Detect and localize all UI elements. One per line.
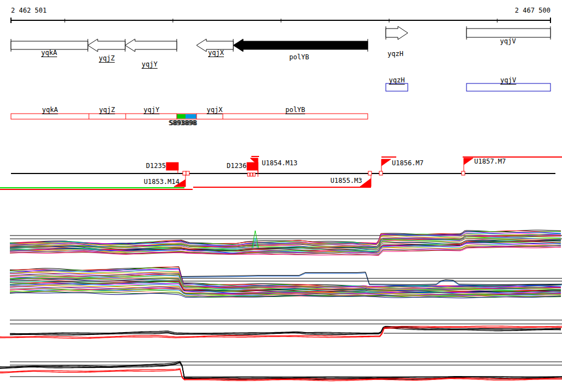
gene-label-yqzH[interactable]: yqzH [387, 51, 403, 57]
u-marker-label-U1857.M7[interactable]: U1857.M7 [474, 158, 506, 165]
segment-label-yqkA[interactable]: yqkA [42, 107, 58, 114]
gene-label-yqjX[interactable]: yqjX [208, 49, 224, 57]
d-marker-label-D1236[interactable]: D1236 [227, 163, 246, 169]
marker-base-square [183, 171, 186, 175]
gene-arrow-yqkA[interactable] [11, 41, 88, 49]
feature-label-yqzH[interactable]: yqzH [389, 77, 405, 85]
browser-graphics [0, 0, 562, 392]
marker-base-square [462, 171, 465, 175]
gene-label-yqjY[interactable]: yqjY [142, 61, 158, 69]
gene-label-yqjV[interactable]: yqjV [500, 38, 516, 44]
segment-label-yqjZ[interactable]: yqjZ [99, 107, 115, 114]
gene-label-yqkA[interactable]: yqkA [41, 49, 57, 57]
gene-arrow-yqzH[interactable] [386, 26, 408, 40]
d-marker-base-tick [250, 173, 252, 176]
segment-id-label[interactable]: S898898 [170, 120, 198, 126]
u-marker-label-U1855.M3[interactable]: U1855.M3 [330, 177, 362, 184]
expression-band-mid-highlight-blue [181, 273, 562, 285]
gene-arrow-yqjV[interactable] [467, 29, 550, 37]
gene-arrow-polYB[interactable] [233, 39, 368, 52]
segment-label-yqjY[interactable]: yqjY [144, 107, 160, 114]
gene-arrow-yqjY[interactable] [125, 39, 177, 52]
marker-base-square [186, 171, 189, 175]
u-marker-flag-U1856.M7[interactable] [381, 159, 391, 166]
gene-arrow-yqjZ[interactable] [88, 39, 125, 52]
gene-label-polYB[interactable]: polYB [289, 54, 309, 60]
feature-label-yqjV[interactable]: yqjV [501, 77, 516, 85]
u-marker-flag-U1857.M7[interactable] [464, 158, 473, 165]
feature-box-yqjV[interactable] [467, 83, 550, 91]
segment-label-polYB[interactable]: polYB [285, 107, 305, 114]
u-marker-label-U1856.M7[interactable]: U1856.M7 [392, 160, 424, 166]
marker-base-square [379, 171, 383, 175]
marker-base-square [368, 171, 372, 175]
segment-green[interactable] [177, 114, 186, 119]
genome-browser-canvas: 2 462 501 2 467 500 yqkAyqjZyqjYyqjXpolY… [0, 0, 562, 392]
u-marker-label-U1854.M13[interactable]: U1854.M13 [262, 160, 297, 166]
u-marker-label-U1853.M14[interactable]: U1853.M14 [144, 178, 179, 185]
segment-blue[interactable] [186, 114, 196, 119]
d-marker-base-tick [248, 173, 250, 176]
expression-pair-2-bundle-line [0, 362, 562, 378]
segment-label-yqjX[interactable]: yqjX [207, 107, 223, 114]
feature-box-yqzH[interactable] [386, 83, 408, 91]
d-marker-base-tick [253, 173, 255, 176]
d-marker-box-D1235[interactable] [166, 163, 178, 170]
gene-label-yqjZ[interactable]: yqjZ [99, 55, 115, 63]
expression-pair-2-bundle-line [0, 361, 562, 378]
d-marker-label-D1235[interactable]: D1235 [146, 163, 166, 169]
